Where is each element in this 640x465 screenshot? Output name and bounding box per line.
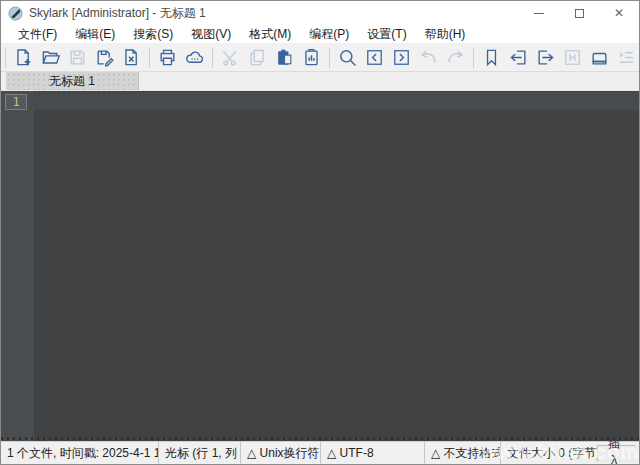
paste-icon [275,48,294,67]
redo-arrow-icon [446,48,465,67]
title-bar: Skylark [Administrator] - 无标题 1 ✕ [1,1,639,25]
status-file-size: 文件大小 0 (字节) [501,442,597,464]
script-list-icon [617,48,636,67]
minimize-icon [534,13,544,14]
undo-button[interactable] [418,47,439,68]
search-icon [338,48,357,67]
arrow-right-box-icon [536,48,555,67]
tab-bar: 无标题 1 [1,72,639,90]
print-button[interactable] [157,47,178,68]
text-input-area[interactable] [34,91,639,441]
minimize-button[interactable] [519,1,559,25]
hex-view-icon [563,48,582,67]
editor-area: 1 [1,90,639,441]
toolbar-separator [212,48,213,68]
chevron-left-box-icon [365,48,384,67]
menu-file[interactable]: 文件(F) [9,26,66,43]
cloud-icon [185,48,204,67]
drive-icon [590,48,609,67]
window-controls: ✕ [519,1,639,25]
undo-arrow-icon [419,48,438,67]
status-line-ending-dropdown[interactable]: △ Unix换行符 (\n [241,442,321,464]
app-window: Skylark [Administrator] - 无标题 1 ✕ 文件(F) … [0,0,640,465]
jump-forward-button[interactable] [535,47,556,68]
copy-icon [248,48,267,67]
menu-format[interactable]: 格式(M) [240,26,300,43]
file-manager-button[interactable] [589,47,610,68]
close-file-icon [122,48,141,67]
status-file-info: 1 个文件, 时间戳: 2025-4-1 14:09 [1,442,159,464]
menu-settings[interactable]: 设置(T) [358,26,415,43]
close-button[interactable]: ✕ [599,1,639,25]
menu-help[interactable]: 帮助(H) [416,26,475,43]
toolbar-separator [5,48,6,68]
tab-untitled-1[interactable]: 无标题 1 [6,72,139,90]
cut-scissors-icon [221,48,240,67]
menu-search[interactable]: 搜索(S) [124,26,182,43]
script-list-button[interactable] [616,47,637,68]
save-as-button[interactable] [94,47,115,68]
line-number-1: 1 [5,94,27,110]
line-number-gutter: 1 [1,91,34,441]
insert-mode-toggle[interactable]: 插入 [597,445,636,462]
search-button[interactable] [337,47,358,68]
redo-button[interactable] [445,47,466,68]
save-as-icon [95,48,114,67]
maximize-button[interactable] [559,1,599,25]
toolbar-separator [149,48,150,68]
toolbar [1,44,639,72]
new-file-icon [14,48,33,67]
window-title: Skylark [Administrator] - 无标题 1 [29,5,206,22]
toolbar-separator [473,48,474,68]
bookmark-button[interactable] [481,47,502,68]
app-logo-icon [8,6,23,21]
save-icon [68,48,87,67]
status-doctype-dropdown[interactable]: △ 不支持格式 [425,442,501,464]
tab-label: 无标题 1 [49,73,95,90]
status-encoding-dropdown[interactable]: △ UTF-8 [321,442,425,464]
maximize-icon [575,9,584,18]
clipboard-history-button[interactable] [301,47,322,68]
menu-view[interactable]: 视图(V) [182,26,240,43]
find-prev-button[interactable] [364,47,385,68]
menu-program[interactable]: 编程(P) [300,26,358,43]
chevron-right-box-icon [392,48,411,67]
menu-edit[interactable]: 编辑(E) [66,26,124,43]
menu-bar: 文件(F) 编辑(E) 搜索(S) 视图(V) 格式(M) 编程(P) 设置(T… [1,25,639,44]
print-icon [158,48,177,67]
hex-view-button[interactable] [562,47,583,68]
open-file-button[interactable] [40,47,61,68]
new-file-button[interactable] [13,47,34,68]
find-next-button[interactable] [391,47,412,68]
bookmark-icon [482,48,501,67]
cloud-upload-button[interactable] [184,47,205,68]
caret-line-highlight [34,92,639,110]
paste-button[interactable] [274,47,295,68]
toolbar-separator [329,48,330,68]
close-icon: ✕ [614,7,624,19]
close-file-button[interactable] [121,47,142,68]
horizontal-scrollbar-track[interactable] [1,437,639,440]
cut-button[interactable] [220,47,241,68]
jump-back-button[interactable] [508,47,529,68]
copy-button[interactable] [247,47,268,68]
clipboard-chart-icon [302,48,321,67]
arrow-left-box-icon [509,48,528,67]
save-button[interactable] [67,47,88,68]
open-folder-icon [41,48,60,67]
status-cursor-position: 光标 (行 1, 列 1) [159,442,241,464]
status-bar: 1 个文件, 时间戳: 2025-4-1 14:09 光标 (行 1, 列 1)… [1,441,639,464]
